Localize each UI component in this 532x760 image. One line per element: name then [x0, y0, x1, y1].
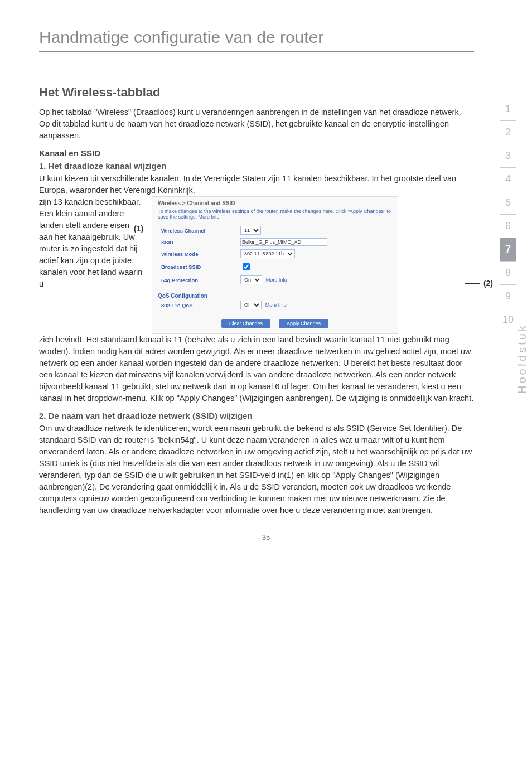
wireless-mode-label: Wireless Mode: [158, 248, 237, 260]
side-chapter-label: Hoofdstuk: [516, 323, 529, 394]
broadcast-ssid-checkbox[interactable]: [243, 263, 250, 270]
callout-1-line: [147, 229, 163, 229]
wireless-mode-select[interactable]: 802.11g&802.11b: [240, 249, 295, 258]
step2-body: Om uw draadloze netwerk te identificeren…: [39, 423, 474, 516]
section-title: Het Wireless-tabblad: [39, 85, 474, 100]
screenshot-wrapper: (1) (2) Wireless > Channel and SSID To m…: [152, 196, 474, 334]
step1-title: 1. Het draadloze kanaal wijzigen: [39, 161, 474, 171]
step2-title: 2. De naam van het draadloze netwerk (SS…: [39, 411, 474, 420]
page-number: 35: [39, 533, 493, 541]
clear-changes-button[interactable]: Clear Changes: [221, 319, 270, 328]
step1-left-column: zijn 13 kanalen beschikbaar. Een klein a…: [39, 196, 145, 290]
nav-5[interactable]: 5: [500, 191, 516, 215]
ssid-input[interactable]: [240, 238, 327, 246]
step1-after: zich bevindt. Het standaard kanaal is 11…: [39, 334, 474, 404]
nav-9[interactable]: 9: [500, 285, 516, 308]
nav-8[interactable]: 8: [500, 262, 516, 285]
wireless-channel-label: Wireless Channel: [158, 224, 237, 236]
nav-4[interactable]: 4: [500, 168, 516, 191]
broadcast-ssid-label: Broadcast SSID: [158, 260, 237, 274]
chapter-rule: [39, 51, 474, 52]
callout-1: (1): [134, 224, 143, 233]
side-navigation: 1 2 3 4 5 6 7 8 9 10: [500, 98, 516, 331]
button-row: Clear Changes Apply Changes: [152, 316, 398, 333]
callout-2: (2): [483, 279, 493, 288]
nav-10[interactable]: 10: [500, 308, 516, 331]
qos-table: 802.11e QoS Off More Info: [158, 299, 290, 311]
protection-select[interactable]: On: [240, 275, 262, 284]
more-info-link-1[interactable]: More Info: [266, 277, 287, 283]
screenshot-description: To make changes to the wireless settings…: [152, 207, 398, 224]
subsection-title: Kanaal en SSID: [39, 148, 474, 158]
router-config-screenshot: Wireless > Channel and SSID To make chan…: [152, 196, 398, 334]
chapter-title: Handmatige configuratie van de router: [39, 28, 474, 47]
nav-3[interactable]: 3: [500, 144, 516, 168]
nav-7-active[interactable]: 7: [500, 238, 516, 262]
callout-2-line: [465, 283, 480, 284]
qos-header: QoS Configuration: [152, 291, 398, 299]
nav-1[interactable]: 1: [500, 98, 516, 121]
qos-label: 802.11e QoS: [158, 299, 237, 311]
settings-table: Wireless Channel 11 SSID Wireless Mode 8…: [158, 224, 331, 286]
nav-2[interactable]: 2: [500, 121, 516, 144]
wireless-channel-select[interactable]: 11: [240, 226, 261, 235]
protection-label: 54g Protection: [158, 274, 237, 286]
lead-paragraph: Op het tabblad "Wireless" (Draadloos) ku…: [39, 107, 474, 142]
nav-6[interactable]: 6: [500, 215, 516, 238]
more-info-link-2[interactable]: More Info: [265, 302, 287, 308]
ssid-label: SSID: [158, 236, 237, 248]
qos-select[interactable]: Off: [240, 301, 262, 309]
step1-intro: U kunt kiezen uit verschillende kanalen.…: [39, 173, 474, 196]
apply-changes-button[interactable]: Apply Changes: [279, 319, 328, 328]
breadcrumb: Wireless > Channel and SSID: [152, 197, 398, 207]
